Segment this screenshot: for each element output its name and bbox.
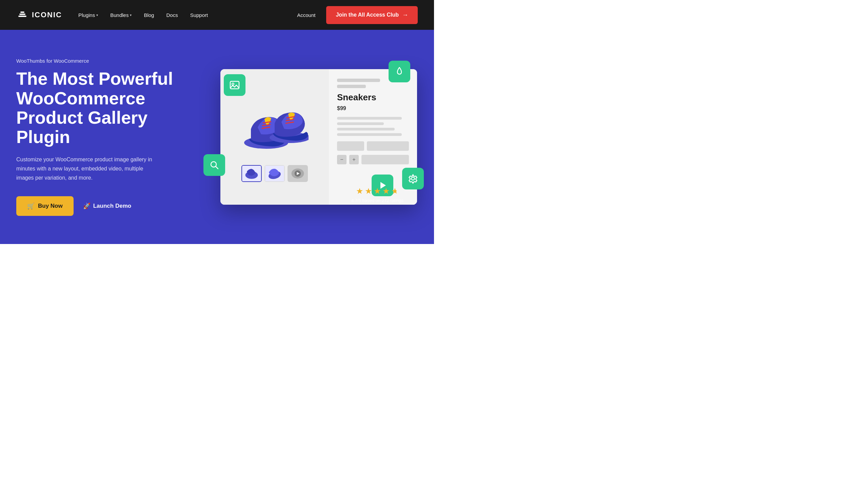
demo-label: Launch Demo xyxy=(93,203,131,209)
nav-item-plugins[interactable]: Plugins ▾ xyxy=(78,12,98,18)
plus-icon: + xyxy=(349,155,359,164)
rocket-icon: 🚀 xyxy=(83,202,91,210)
star-1: ★ xyxy=(356,186,363,196)
launch-demo-button[interactable]: 🚀 Launch Demo xyxy=(83,202,131,210)
buy-label: Buy Now xyxy=(38,203,63,209)
hero-illustration: Sneakers $99 − + xyxy=(203,64,420,210)
nav-item-bundles[interactable]: Bundles ▾ xyxy=(110,12,132,18)
product-thumbnails xyxy=(241,165,308,182)
navbar: ICONIC Plugins ▾ Bundles ▾ Blog Docs Sup… xyxy=(0,0,434,30)
nav-label-docs: Docs xyxy=(166,12,178,18)
svg-line-23 xyxy=(216,166,218,169)
detail-line xyxy=(337,117,402,120)
svg-rect-20 xyxy=(230,81,239,89)
detail-line xyxy=(337,122,384,125)
svg-rect-3 xyxy=(20,12,24,13)
detail-line xyxy=(337,128,395,130)
image-icon-float xyxy=(224,74,245,96)
star-2: ★ xyxy=(365,186,372,196)
chevron-down-icon: ▾ xyxy=(130,13,132,17)
gear-icon-float xyxy=(402,168,424,189)
buy-now-button[interactable]: 🛒 Buy Now xyxy=(16,196,74,216)
svg-rect-2 xyxy=(19,14,25,15)
nav-label-bundles: Bundles xyxy=(110,12,129,18)
hero-buttons: 🛒 Buy Now 🚀 Launch Demo xyxy=(16,196,193,216)
search-icon-float xyxy=(203,154,225,176)
rating-area: ★ ★ ★ ★ ★ 4.7/5 based on 272 ratings xyxy=(351,186,403,203)
minus-icon: − xyxy=(337,155,347,164)
logo-text: ICONIC xyxy=(32,11,62,19)
product-name: Sneakers xyxy=(337,92,409,103)
select-row xyxy=(337,141,409,151)
detail-line xyxy=(337,85,366,88)
hero-section: WooThumbs for WooCommerce The Most Power… xyxy=(0,30,434,244)
svg-point-21 xyxy=(232,83,234,85)
nav-label-blog: Blog xyxy=(144,12,154,18)
size-select xyxy=(367,141,409,151)
nav-label-support: Support xyxy=(190,12,208,18)
sneaker-image xyxy=(241,92,309,160)
thumbnail-2[interactable] xyxy=(264,165,285,182)
detail-lines xyxy=(337,117,409,136)
nav-label-plugins: Plugins xyxy=(78,12,95,18)
nav-item-blog[interactable]: Blog xyxy=(144,12,154,18)
star-rating: ★ ★ ★ ★ ★ xyxy=(351,186,403,196)
arrow-icon: → xyxy=(402,12,408,19)
star-3: ★ xyxy=(374,186,381,196)
cart-icon: 🛒 xyxy=(27,202,35,210)
star-4: ★ xyxy=(382,186,390,196)
svg-point-25 xyxy=(412,177,415,180)
rating-text: 4.7/5 based on 272 ratings xyxy=(351,198,403,203)
nav-item-support[interactable]: Support xyxy=(190,12,208,18)
add-to-cart-row: − + xyxy=(337,155,409,164)
cta-label: Join the All Access Club xyxy=(336,12,399,18)
product-price: $99 xyxy=(337,105,409,111)
chevron-down-icon: ▾ xyxy=(96,13,98,17)
hero-title: The Most Powerful WooCommerce Product Ga… xyxy=(16,69,193,147)
hero-content: WooThumbs for WooCommerce The Most Power… xyxy=(16,58,193,216)
quantity-select xyxy=(337,141,364,151)
hero-description: Customize your WooCommerce product image… xyxy=(16,155,159,183)
detail-line xyxy=(337,133,402,136)
nav-item-docs[interactable]: Docs xyxy=(166,12,178,18)
thumbnail-video[interactable] xyxy=(288,165,308,182)
logo[interactable]: ICONIC xyxy=(16,9,62,21)
account-link[interactable]: Account xyxy=(297,12,315,18)
add-to-cart-button xyxy=(361,155,409,164)
nav-links: Plugins ▾ Bundles ▾ Blog Docs Support xyxy=(78,12,297,18)
nav-right: Account Join the All Access Club → xyxy=(297,6,418,24)
water-icon-float xyxy=(389,61,410,82)
join-club-button[interactable]: Join the All Access Club → xyxy=(326,6,418,24)
detail-line xyxy=(337,79,380,82)
thumbnail-1[interactable] xyxy=(241,165,262,182)
hero-subtitle: WooThumbs for WooCommerce xyxy=(16,58,193,64)
star-5: ★ xyxy=(391,186,399,196)
svg-rect-1 xyxy=(18,16,26,17)
